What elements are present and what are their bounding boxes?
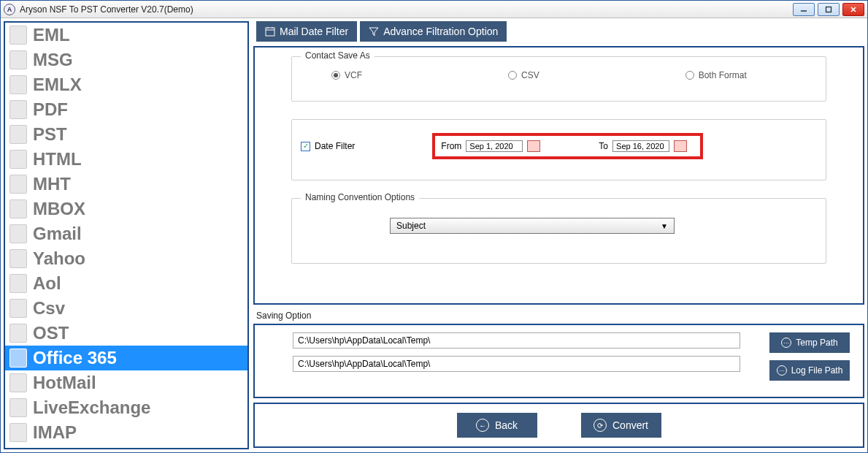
format-icon xyxy=(9,26,27,45)
radio-csv[interactable]: CSV xyxy=(508,70,539,80)
temp-path-input[interactable] xyxy=(293,332,740,349)
naming-convention-select[interactable]: Subject ▼ xyxy=(390,218,675,234)
format-icon xyxy=(9,249,27,268)
sidebar-item-pdf[interactable]: PDF xyxy=(5,97,247,122)
tab-mail-date-filter[interactable]: Mail Date Filter xyxy=(256,21,357,42)
sidebar-item-hotmail[interactable]: HotMail xyxy=(5,370,247,395)
format-icon xyxy=(9,150,27,169)
from-date-input[interactable] xyxy=(466,140,523,152)
sidebar-item-label: EML xyxy=(33,25,70,45)
footer-nav: ← Back ⟳ Convert xyxy=(253,403,864,448)
sidebar-item-aol[interactable]: Aol xyxy=(5,271,247,296)
sidebar-item-mht[interactable]: MHT xyxy=(5,172,247,197)
calendar-picker-icon[interactable] xyxy=(674,140,687,152)
tab-label: Advance Filtration Option xyxy=(383,26,498,37)
format-sidebar: EMLMSGEMLXPDFPSTHTMLMHTMBOXGmailYahooAol… xyxy=(4,21,249,449)
sidebar-item-html[interactable]: HTML xyxy=(5,147,247,172)
to-label: To xyxy=(599,141,608,151)
button-label: Temp Path xyxy=(796,338,837,348)
sidebar-item-label: HotMail xyxy=(33,373,96,393)
window-title: Aryson NSF To PST Converter V20.7(Demo) xyxy=(20,4,793,15)
date-filter-row: Date Filter From To xyxy=(301,133,817,159)
date-range-highlight: From To xyxy=(432,133,703,159)
sidebar-item-liveexchange[interactable]: LiveExchange xyxy=(5,395,247,420)
group-legend: Contact Save As xyxy=(301,50,375,61)
tab-label: Mail Date Filter xyxy=(280,26,348,37)
titlebar: A Aryson NSF To PST Converter V20.7(Demo… xyxy=(1,1,867,18)
filter-icon xyxy=(369,26,379,37)
sidebar-item-label: Yahoo xyxy=(33,248,85,269)
sidebar-item-gmail[interactable]: Gmail xyxy=(5,221,247,246)
format-icon xyxy=(9,423,27,442)
button-label: Back xyxy=(495,419,518,431)
ellipsis-icon: ⋯ xyxy=(781,338,791,348)
app-window: A Aryson NSF To PST Converter V20.7(Demo… xyxy=(0,0,868,453)
minimize-icon xyxy=(800,6,807,13)
format-icon xyxy=(9,299,27,318)
radio-label: CSV xyxy=(521,70,539,80)
sidebar-item-label: PDF xyxy=(33,99,68,120)
sidebar-item-ost[interactable]: OST xyxy=(5,321,247,346)
sidebar-item-label: IMAP xyxy=(33,422,77,443)
tabs: Mail Date Filter Advance Filtration Opti… xyxy=(256,21,864,42)
calendar-picker-icon[interactable] xyxy=(527,140,540,152)
date-filter-label: Date Filter xyxy=(315,141,355,151)
button-label: Log File Path xyxy=(791,365,843,376)
svg-marker-8 xyxy=(369,28,378,36)
temp-path-button[interactable]: ⋯ Temp Path xyxy=(769,332,850,353)
body: EMLMSGEMLXPDFPSTHTMLMHTMBOXGmailYahooAol… xyxy=(1,18,867,452)
format-icon xyxy=(9,100,27,119)
format-icon xyxy=(9,50,27,69)
sidebar-item-label: MBOX xyxy=(33,199,85,219)
sidebar-item-pst[interactable]: PST xyxy=(5,122,247,147)
sidebar-item-csv[interactable]: Csv xyxy=(5,296,247,321)
radio-both[interactable]: Both Format xyxy=(685,70,747,80)
close-button[interactable] xyxy=(842,3,864,16)
format-icon xyxy=(9,75,27,94)
calendar-icon xyxy=(265,26,275,37)
radio-vcf[interactable]: VCF xyxy=(331,70,362,80)
saving-section: Saving Option ⋯ Temp Path ⋯ Log File xyxy=(253,309,864,398)
maximize-button[interactable] xyxy=(818,3,840,16)
app-icon: A xyxy=(4,4,15,15)
sidebar-item-yahoo[interactable]: Yahoo xyxy=(5,246,247,271)
from-label: From xyxy=(441,141,461,151)
to-date-field: To xyxy=(599,140,687,152)
sidebar-item-msg[interactable]: MSG xyxy=(5,47,247,72)
log-path-input[interactable] xyxy=(293,356,740,372)
format-icon xyxy=(9,199,27,218)
sidebar-item-emlx[interactable]: EMLX xyxy=(5,72,247,97)
path-buttons: ⋯ Temp Path ⋯ Log File Path xyxy=(769,332,850,381)
select-value: Subject xyxy=(396,221,426,231)
sidebar-item-mbox[interactable]: MBOX xyxy=(5,197,247,221)
to-date-input[interactable] xyxy=(612,140,669,152)
sidebar-item-label: MSG xyxy=(33,50,73,70)
group-legend: Naming Convention Options xyxy=(301,192,419,202)
sidebar-item-label: PST xyxy=(33,124,67,145)
svg-rect-4 xyxy=(266,28,274,36)
date-filter-group: Date Filter From To xyxy=(291,119,826,180)
sidebar-item-label: Gmail xyxy=(33,224,82,244)
maximize-icon xyxy=(825,6,832,13)
back-button[interactable]: ← Back xyxy=(457,413,537,438)
sidebar-item-eml[interactable]: EML xyxy=(5,23,247,47)
format-icon xyxy=(9,224,27,243)
contact-format-radios: VCF CSV Both Format xyxy=(310,70,808,80)
sidebar-item-label: OST xyxy=(33,323,69,343)
radio-icon xyxy=(331,71,340,80)
minimize-button[interactable] xyxy=(793,3,815,16)
sidebar-item-office-365[interactable]: Office 365 xyxy=(5,346,247,370)
ellipsis-icon: ⋯ xyxy=(777,365,787,376)
sidebar-item-label: LiveExchange xyxy=(33,397,150,418)
saving-panel: ⋯ Temp Path ⋯ Log File Path xyxy=(253,324,864,398)
radio-icon xyxy=(685,71,694,80)
tab-advance-filtration[interactable]: Advance Filtration Option xyxy=(360,21,507,42)
log-file-path-button[interactable]: ⋯ Log File Path xyxy=(769,360,850,381)
radio-icon xyxy=(508,71,517,80)
format-icon xyxy=(9,373,27,392)
sidebar-item-imap[interactable]: IMAP xyxy=(5,420,247,445)
naming-convention-group: Naming Convention Options Subject ▼ xyxy=(291,198,826,264)
sidebar-item-label: Office 365 xyxy=(33,348,117,368)
date-filter-checkbox[interactable] xyxy=(301,142,310,151)
convert-button[interactable]: ⟳ Convert xyxy=(581,413,661,438)
